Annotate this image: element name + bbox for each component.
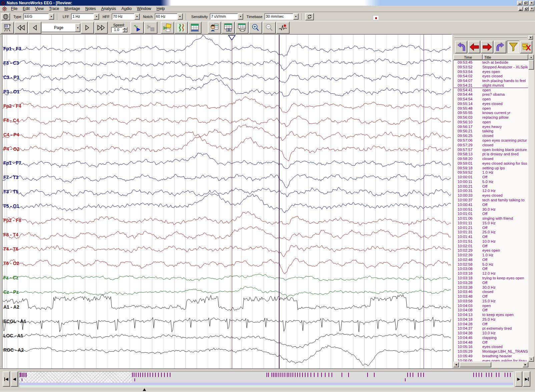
next-event-button[interactable] [481,41,493,53]
play-button[interactable] [130,22,144,34]
page-mode-dropdown[interactable]: Page ▼ [42,23,80,32]
event-row[interactable]: 10:04:13to keep eyes open [454,313,528,317]
next-page-event-button[interactable] [494,41,506,53]
menu-window[interactable]: Window [134,6,154,12]
timebase-dropdown[interactable]: 30 mm/sec▼ [264,13,299,20]
event-row[interactable]: 10:01:5110.0 Hz [454,239,528,244]
event-row[interactable]: 09:53:54eyes open [454,70,528,74]
channel-label[interactable]: F4 - C4 [3,118,19,123]
channel-label[interactable]: C4 - P4 [3,132,19,137]
event-row[interactable]: 10:03:1812.0 Hz [454,271,528,276]
event-row[interactable]: 10:04:1825.0 Hz [454,317,528,322]
event-row[interactable]: 10:00:41Off [454,203,528,207]
channel-label[interactable]: Fp1 - F3 [3,46,21,51]
child-minimize-button[interactable] [518,7,523,11]
speed-up-button[interactable]: ▲ [122,27,127,30]
channel-label[interactable]: P3 - O1 [3,89,19,94]
column-header-time[interactable]: Time [453,54,483,60]
channel-label[interactable]: ROC - A2 [3,347,24,353]
menu-notes[interactable]: Notes [83,6,98,12]
event-row[interactable]: 10:01:41Off [454,235,528,239]
channel-label[interactable]: P4 - O2 [3,146,19,152]
spike-detection-button[interactable] [276,22,290,34]
lff-dropdown[interactable]: 1 Hz▼ [71,13,99,20]
chevron-down-icon[interactable]: ▼ [177,13,183,20]
menu-audio[interactable]: Audio [119,6,134,12]
event-row[interactable]: 09:55:48open [454,106,528,111]
events-horizontal-scrollbar[interactable]: ◀ ▶ [453,362,534,368]
child-close-button[interactable]: × [529,7,534,11]
event-row[interactable]: 09:58:20closed [454,157,528,161]
event-row[interactable]: 10:05:49breathing heavier [454,354,528,359]
eeg-plot[interactable] [3,35,452,368]
minimize-button[interactable] [517,1,522,5]
event-row[interactable]: 09:54:07tech placing hands to feel [454,79,528,83]
chevron-down-icon[interactable]: ▼ [49,13,54,20]
channel-label[interactable]: Fp2 - F4 [3,103,21,109]
chevron-down-icon[interactable]: ▼ [94,13,99,20]
event-row[interactable]: 09:57:57open looking blank picture [454,148,528,152]
chevron-down-icon[interactable]: ▼ [75,27,80,29]
event-row[interactable]: 09:57:06open eyes scanning pictur [454,138,528,143]
channel-label[interactable]: T3 - T5 [3,189,18,194]
menu-view[interactable]: View [32,6,46,12]
rewind-button[interactable] [14,22,28,34]
snapshot-table-button[interactable] [221,22,235,34]
refresh-button[interactable] [305,13,314,20]
sensitivity-dropdown[interactable]: 7 uV/mm▼ [210,13,243,20]
secondary-cursor-line[interactable] [424,35,424,368]
vertical-scroll-track[interactable] [528,60,534,356]
event-list[interactable]: 09:53:45tech at bedside09:53:52Stopped A… [453,60,528,362]
event-row[interactable]: 09:53:52Stopped Analyzer - XLSpik [454,65,528,70]
print-table-button[interactable] [235,22,248,34]
menu-trace[interactable]: Trace [46,6,62,12]
event-row[interactable]: 09:59:18setting up ips [454,166,528,171]
panel-gripper[interactable]: × [454,35,534,40]
event-row[interactable]: 10:00:01Off [454,175,528,180]
event-row[interactable]: 09:56:10open [454,120,528,125]
type-dropdown[interactable]: EEG▼ [23,13,54,20]
menu-montage[interactable]: Montage [62,6,83,12]
event-row[interactable]: 09:56:03replacing pillow [454,115,528,120]
event-row[interactable]: 10:04:08Off [454,308,528,313]
event-row[interactable]: 09:54:31slight mvmnt [454,83,528,88]
patient-info-button[interactable] [208,22,221,34]
close-button[interactable]: × [529,1,534,5]
event-row[interactable]: 10:00:115.0 Hz [454,180,528,184]
delete-event-button[interactable] [520,41,532,53]
menu-analysis[interactable]: Analysis [98,6,119,12]
event-row[interactable]: 10:03:3830.0 Hz [454,285,528,290]
event-row[interactable]: 10:02:391.0 Hz [454,253,528,258]
event-row[interactable]: 09:57:29closed [454,143,528,148]
prev-page-event-button[interactable] [455,41,467,53]
recording-timeline[interactable] [19,371,514,387]
overview-forward-button[interactable]: ▶ [515,371,522,387]
go-to-end-button[interactable]: ▶ [523,371,530,387]
event-row[interactable]: 10:03:18trying to keep eyes open [454,276,528,281]
channel-label[interactable]: T4 - T6 [3,246,18,252]
event-row[interactable]: 10:03:46closed [454,290,528,294]
event-row[interactable]: 09:59:01eyes closed asking for tiss [454,161,528,166]
channel-label[interactable]: Fp2 - F8 [3,218,21,223]
selection-cursor-line[interactable] [279,35,280,368]
channel-label[interactable]: A1 - A2 [3,304,19,310]
horizontal-scroll-thumb[interactable] [460,362,491,367]
speed-down-button[interactable]: ▼ [122,30,127,32]
clip-note-button[interactable] [161,22,174,34]
event-row[interactable]: 10:03:08Off [454,267,528,271]
event-row[interactable]: 10:04:37pt extremely tired [454,326,528,331]
event-row[interactable]: 10:01:21Off [454,226,528,230]
event-row[interactable]: 10:02:01Off [454,244,528,249]
child-restore-button[interactable] [524,7,529,11]
event-row[interactable]: 10:02:48Off [454,258,528,262]
montage-table-button[interactable] [188,22,201,34]
event-row[interactable]: 10:00:5130.0 Hz [454,207,528,212]
event-row[interactable]: 10:04:48Off [454,340,528,345]
event-row[interactable]: 09:55:14eyes closed [454,102,528,106]
acquisition-machine-button[interactable] [1,22,14,34]
overview-back-button[interactable]: ◀ [11,371,18,387]
channel-label[interactable]: F7 - T3 [3,175,18,180]
filter-events-button[interactable] [507,41,519,53]
chevron-down-icon[interactable]: ▼ [134,13,140,20]
event-row[interactable]: 10:01:06singing with friend [454,216,528,221]
